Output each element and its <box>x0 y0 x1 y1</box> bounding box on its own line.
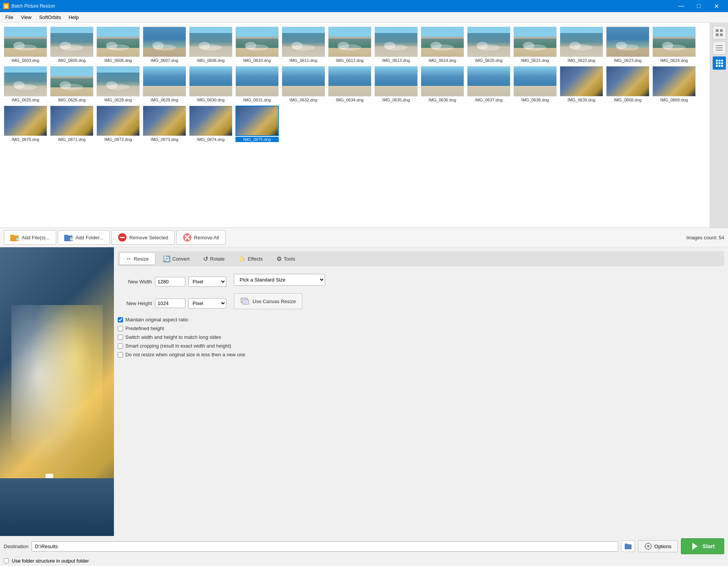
image-grid[interactable]: IMG_0603.dng IMG_0605.dng IMG_0606.dng I… <box>0 23 710 228</box>
grid-item[interactable]: IMG_0636.dng <box>420 65 465 103</box>
grid-item[interactable]: IMG_0603.dng <box>3 26 48 64</box>
menu-file[interactable]: File <box>2 13 17 22</box>
standard-size-select[interactable]: Pick a Standard Size 640x480 800x600 102… <box>234 274 325 286</box>
bottom-panel: ↔ Resize 🔄 Convert ↺ Rotate ✨ Effects ⚙ <box>0 247 728 536</box>
image-filename: IMG_0637.dng <box>467 97 510 103</box>
close-button[interactable]: ✕ <box>707 0 725 12</box>
maximize-button[interactable]: □ <box>690 0 707 12</box>
grid-item[interactable]: IMG_0637.dng <box>466 65 511 103</box>
grid-item[interactable]: IMG_0870.dng <box>3 105 48 143</box>
predefined-height-checkbox[interactable] <box>118 326 123 331</box>
svg-point-29 <box>662 42 673 49</box>
image-filename: IMG_0630.dng <box>189 97 232 103</box>
rotate-tab-icon: ↺ <box>203 255 208 262</box>
grid-item[interactable]: IMG_0639.dng <box>559 65 604 103</box>
image-filename: IMG_0610.dng <box>235 58 279 63</box>
maintain-aspect-row: Maintain original aspect ratio <box>118 317 724 323</box>
start-button[interactable]: Start <box>681 538 724 554</box>
app-icon: 🖼 <box>3 3 9 9</box>
tab-effects[interactable]: ✨ Effects <box>232 253 269 265</box>
new-height-input[interactable] <box>155 299 185 308</box>
image-filename: IMG_0624.dng <box>652 58 696 63</box>
grid-item[interactable]: IMG_0874.dng <box>188 105 233 143</box>
image-filename: IMG_0636.dng <box>421 97 464 103</box>
grid-item[interactable]: IMG_0612.dng <box>327 26 372 64</box>
remove-all-icon <box>183 233 192 242</box>
grid-item[interactable]: IMG_0620.dng <box>466 26 511 64</box>
no-resize-checkbox[interactable] <box>118 352 123 357</box>
grid-item[interactable]: IMG_0634.dng <box>327 65 372 103</box>
grid-item[interactable]: IMG_0605.dng <box>49 26 94 64</box>
tools-tab-icon: ⚙ <box>276 255 282 262</box>
grid-item[interactable]: IMG_0625.dng <box>3 65 48 103</box>
grid-item[interactable]: IMG_0606.dng <box>96 26 141 64</box>
menu-help[interactable]: Help <box>65 13 83 22</box>
svg-point-7 <box>152 42 164 49</box>
grid-item[interactable]: IMG_0614.dng <box>420 26 465 64</box>
grid-item[interactable]: IMG_0621.dng <box>513 26 557 64</box>
grid-item[interactable]: IMG_0631.dng <box>235 65 280 103</box>
toolbar: + Add File(s)... + Add Folder... <box>0 228 728 247</box>
options-icon <box>644 542 652 550</box>
height-unit-select[interactable]: Pixel Percent Inch Cm <box>188 298 226 308</box>
grid-view-button[interactable] <box>712 56 726 70</box>
grid-item[interactable]: IMG_0871.dng <box>49 105 94 143</box>
grid-item[interactable]: IMG_0626.dng <box>49 65 94 103</box>
switch-sides-row: Switch width and height to match long si… <box>118 334 724 340</box>
canvas-resize-button[interactable]: Use Canvas Resize <box>234 293 302 309</box>
grid-item[interactable]: IMG_0875.dng <box>235 105 280 143</box>
grid-item[interactable]: IMG_0622.dng <box>559 26 604 64</box>
tab-rotate[interactable]: ↺ Rotate <box>197 253 231 265</box>
grid-item[interactable]: IMG_0610.dng <box>235 26 280 64</box>
grid-item[interactable]: IMG_0638.dng <box>513 65 557 103</box>
folder-structure-checkbox[interactable] <box>4 558 9 563</box>
grid-item[interactable]: IMG_0872.dng <box>96 105 141 143</box>
width-unit-select[interactable]: Pixel Percent Inch Cm <box>188 277 226 287</box>
tab-resize[interactable]: ↔ Resize <box>119 253 155 265</box>
image-filename: IMG_0626.dng <box>50 97 93 103</box>
grid-item[interactable]: IMG_0611.dng <box>281 26 326 64</box>
destination-label: Destination <box>4 544 28 549</box>
grid-item[interactable]: IMG_0628.dng <box>96 65 141 103</box>
list-view-button[interactable] <box>712 41 726 55</box>
grid-item[interactable]: IMG_0624.dng <box>652 26 696 64</box>
tab-convert[interactable]: 🔄 Convert <box>157 253 196 265</box>
tab-tools[interactable]: ⚙ Tools <box>270 253 301 265</box>
grid-item[interactable]: IMG_0629.dng <box>142 65 187 103</box>
maintain-aspect-checkbox[interactable] <box>118 317 123 323</box>
remove-selected-button[interactable]: Remove Selected <box>111 230 175 245</box>
svg-point-25 <box>569 42 581 49</box>
smart-crop-checkbox[interactable] <box>118 343 123 349</box>
grid-item[interactable]: IMG_0613.dng <box>374 26 418 64</box>
grid-item[interactable]: IMG_0630.dng <box>188 65 233 103</box>
menu-softorbits[interactable]: SoftOrbits <box>35 13 65 22</box>
preview-image <box>0 247 114 536</box>
grid-item[interactable]: IMG_0869.dng <box>652 65 696 103</box>
add-files-icon: + <box>10 233 19 242</box>
options-button[interactable]: Options <box>638 540 678 552</box>
menu-bar: File View SoftOrbits Help <box>0 12 728 23</box>
menu-view[interactable]: View <box>17 13 35 22</box>
destination-input[interactable] <box>32 541 618 552</box>
remove-selected-icon <box>118 233 127 242</box>
remove-all-button[interactable]: Remove All <box>176 230 226 245</box>
grid-item[interactable]: IMG_0608.dng <box>188 26 233 64</box>
add-folder-button[interactable]: + Add Folder... <box>58 230 110 245</box>
grid-item[interactable]: IMG_0623.dng <box>605 26 650 64</box>
destination-row: Destination Options Start <box>0 536 728 556</box>
svg-rect-53 <box>10 235 14 237</box>
grid-item[interactable]: IMG_0635.dng <box>374 65 418 103</box>
minimize-button[interactable]: — <box>673 0 690 12</box>
grid-item[interactable]: IMG_0873.dng <box>142 105 187 143</box>
maintain-aspect-label: Maintain original aspect ratio <box>125 317 188 323</box>
grid-item[interactable]: IMG_0868.dng <box>605 65 650 103</box>
smart-crop-row: Smart cropping (result in exact width an… <box>118 343 724 349</box>
title-bar: 🖼 Batch Picture Resizer — □ ✕ <box>0 0 728 12</box>
thumbnail-view-button[interactable] <box>712 26 726 40</box>
grid-item[interactable]: IMG_0632.dng <box>281 65 326 103</box>
grid-item[interactable]: IMG_0607.dng <box>142 26 187 64</box>
switch-sides-checkbox[interactable] <box>118 335 123 340</box>
browse-destination-button[interactable] <box>621 541 635 552</box>
new-width-input[interactable] <box>155 277 185 286</box>
add-files-button[interactable]: + Add File(s)... <box>4 230 56 245</box>
